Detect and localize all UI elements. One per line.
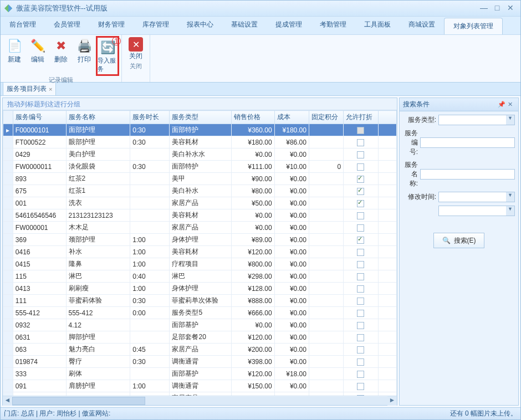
table-row[interactable]: ▸F00000101面部护理0:30面部特护¥360.00¥180.00 (3, 124, 397, 136)
delete-button[interactable]: ✖删除 (49, 36, 73, 76)
discount-checkbox[interactable] (357, 322, 364, 329)
table-row[interactable]: 11111111家居产品¥2,000.00¥500.00 (3, 392, 397, 396)
table-row[interactable]: FW0000011淡化眼袋0:30面部特护¥111.00¥10.000 (3, 161, 397, 173)
table-row[interactable]: 063魅力亮白0:45家居产品¥200.00¥0.00 (3, 344, 397, 356)
table-row[interactable]: 893红茶2美甲¥90.00¥0.00 (3, 173, 397, 185)
field-label-name: 服务名称: (403, 160, 418, 188)
column-header[interactable]: 销售价格 (231, 111, 274, 124)
discount-checkbox[interactable] (357, 188, 364, 195)
ribbon-group-label: 记录编辑 (3, 76, 119, 84)
discount-checkbox[interactable] (357, 395, 364, 396)
menu-item[interactable]: 对象列表管理 (444, 18, 503, 34)
table-scroll[interactable]: 服务编号服务名称服务时长服务类型销售价格成本固定积分允许打折 ▸F0000010… (3, 110, 397, 396)
discount-checkbox[interactable] (357, 285, 364, 293)
table-row[interactable]: 555-412555-4120:00服务类型5¥666.00¥0.00 (3, 307, 397, 319)
table-row[interactable]: 0631脚部护理足部套餐20¥120.00¥0.00 (3, 331, 397, 344)
group-by-band[interactable]: 拖动列标题到这进行分组 (3, 98, 397, 110)
chevron-down-icon: ▼ (506, 192, 514, 202)
column-header[interactable]: 允许打折 (344, 111, 378, 124)
print-button[interactable]: 🖨️打印 (73, 36, 96, 76)
chevron-down-icon: ▼ (506, 115, 514, 125)
discount-checkbox[interactable] (357, 249, 364, 256)
discount-checkbox[interactable] (357, 273, 364, 280)
table-row[interactable]: 369颈部护理1:00身体护理¥89.00¥0.00 (3, 234, 397, 246)
close-button[interactable]: ✕关闭 (124, 36, 147, 62)
discount-checkbox[interactable] (357, 200, 364, 207)
service-code-input[interactable] (420, 137, 515, 148)
table-row[interactable]: 09324.12面部基护¥0.00¥0.00 (3, 319, 397, 331)
service-type-combo[interactable]: ▼ (438, 115, 515, 125)
table-row[interactable]: 019874臀疗0:30调衡通背¥398.00¥0.00 (3, 356, 397, 368)
column-header[interactable]: 固定积分 (309, 111, 343, 124)
table-row[interactable]: 54616546546213123123123美容耗材¥0.00¥0.00 (3, 209, 397, 222)
menu-item[interactable]: 前台管理 (1, 17, 45, 34)
menu-item[interactable]: 商城设置 (400, 17, 444, 34)
column-header[interactable]: 服务编号 (13, 111, 66, 124)
discount-checkbox[interactable] (357, 346, 364, 354)
maximize-button[interactable]: □ (491, 3, 504, 13)
discount-checkbox[interactable] (357, 383, 364, 390)
search-panel: 搜索条件 📌 ✕ 服务类型:▼ 服务编号: 服务名称: 修改时间:▼ ▼ 🔍 搜… (399, 98, 519, 406)
app-logo-icon (4, 4, 13, 13)
menu-item[interactable]: 会员管理 (45, 17, 89, 34)
discount-checkbox[interactable] (357, 261, 364, 268)
menu-item[interactable]: 财务管理 (89, 17, 134, 34)
discount-checkbox[interactable] (357, 224, 364, 232)
menu-item[interactable]: 提成管理 (267, 17, 311, 34)
column-header[interactable] (378, 111, 396, 124)
mtime-to-combo[interactable]: ▼ (438, 206, 515, 216)
search-button[interactable]: 🔍 搜索(E) (433, 233, 484, 248)
discount-checkbox[interactable] (357, 334, 364, 341)
tab-close-icon[interactable]: × (49, 86, 52, 93)
table-row[interactable]: 0416补水1:00美容耗材¥120.00¥0.00 (3, 246, 397, 258)
discount-checkbox[interactable] (357, 139, 364, 146)
edit-button[interactable]: ✏️编辑 (26, 36, 49, 76)
table-row[interactable]: 675红茶1美白补水¥80.00¥0.00 (3, 185, 397, 197)
discount-checkbox[interactable] (357, 212, 364, 219)
table-row[interactable]: 0429美白护理美白补水水¥0.00¥0.00 (3, 148, 397, 161)
table-row[interactable]: 0413刷刷瘦1:00身体护理¥128.00¥0.00 (3, 283, 397, 295)
close-icon: ✕ (129, 37, 143, 52)
table-row[interactable]: 111菲蜜莉体验0:30菲蜜莉单次体验¥888.00¥0.00 (3, 295, 397, 307)
discount-checkbox[interactable] (357, 310, 364, 317)
menu-item[interactable]: 报表中心 (178, 17, 222, 34)
table-row[interactable]: FT000522眼部护理0:30美容耗材¥180.00¥86.00 (3, 136, 397, 148)
menu-item[interactable]: 工具面板 (355, 17, 400, 34)
new-button[interactable]: 📄新建 (3, 36, 26, 76)
pin-icon[interactable]: 📌 (498, 101, 505, 108)
close-window-button[interactable]: ✕ (504, 3, 517, 13)
mtime-from-combo[interactable]: ▼ (438, 192, 515, 202)
discount-checkbox[interactable] (357, 151, 364, 158)
search-icon: 🔍 (442, 237, 451, 244)
column-header[interactable]: 服务类型 (170, 111, 231, 124)
discount-checkbox[interactable] (357, 298, 364, 305)
service-name-input[interactable] (420, 169, 515, 180)
main-menu: 前台管理会员管理财务管理库存管理报表中心基础设置提成管理考勤管理工具面板商城设置… (1, 16, 520, 35)
discount-checkbox[interactable] (357, 176, 364, 183)
horizontal-scrollbar[interactable]: ◄ ► (3, 396, 397, 405)
menu-item[interactable]: 库存管理 (134, 17, 178, 34)
menu-item[interactable]: 基础设置 (222, 17, 267, 34)
svg-marker-1 (8, 4, 12, 12)
minimize-button[interactable]: — (477, 3, 491, 13)
menu-item[interactable]: 考勤管理 (311, 17, 355, 34)
column-header[interactable]: 服务名称 (66, 111, 130, 124)
document-tabs: 服务项目列表 × (1, 83, 520, 96)
column-header[interactable]: 成本 (274, 111, 309, 124)
panel-close-icon[interactable]: ✕ (508, 101, 513, 108)
table-row[interactable]: FW000001木木足家居产品¥0.00¥0.00 (3, 222, 397, 234)
scrollbar-thumb[interactable] (12, 397, 145, 405)
table-row[interactable]: 091肩膀护理1:00调衡通背¥150.00¥0.00 (3, 380, 397, 392)
scroll-right-icon[interactable]: ► (387, 396, 397, 406)
discount-checkbox[interactable] (357, 127, 364, 134)
table-row[interactable]: 333刷体面部基护¥120.00¥18.00 (3, 368, 397, 380)
table-row[interactable]: 001洗衣家居产品¥50.00¥0.00 (3, 197, 397, 209)
discount-checkbox[interactable] (357, 371, 364, 378)
column-header[interactable]: 服务时长 (130, 111, 170, 124)
discount-checkbox[interactable] (357, 237, 364, 244)
table-row[interactable]: 0415隆鼻1:00疗程项目¥800.00¥0.00 (3, 258, 397, 270)
discount-checkbox[interactable] (357, 163, 364, 171)
table-row[interactable]: 115淋巴0:40淋巴¥298.00¥0.00 (3, 270, 397, 283)
scroll-left-icon[interactable]: ◄ (3, 396, 12, 406)
discount-checkbox[interactable] (357, 358, 364, 366)
